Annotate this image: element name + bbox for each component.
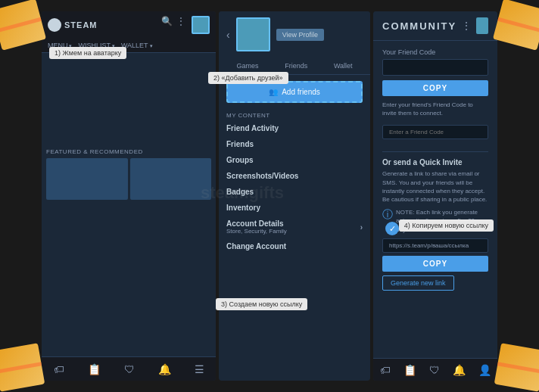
annotation-3: 3) Создаем новую ссылку — [216, 298, 307, 310]
annotation-2: 2) «Добавить друзей» — [208, 72, 288, 84]
middle-panel: ‹ View Profile Games Friends Wallet 👥 Ad… — [219, 11, 370, 381]
add-friends-icon: 👥 — [269, 88, 278, 96]
featured-item-1 — [46, 158, 128, 200]
featured-label: FEATURED & RECOMMENDED — [46, 148, 211, 155]
right-nav-list[interactable]: 📋 — [403, 364, 416, 376]
invite-text: Generate a link to share via email or SM… — [382, 170, 488, 204]
gift-corner-br — [478, 331, 539, 392]
view-profile-button[interactable]: View Profile — [276, 29, 324, 41]
copy-button-1[interactable]: COPY — [382, 80, 488, 96]
steam-header: STEAM 🔍 ⋮ — [42, 11, 216, 39]
menu-badges[interactable]: Badges — [219, 184, 370, 200]
menu-friend-activity[interactable]: Friend Activity — [219, 120, 370, 136]
left-panel: STEAM 🔍 ⋮ MENU WISHLIST WALLET FEATURED … — [42, 11, 216, 381]
community-content: Your Friend Code COPY Enter your friend'… — [373, 41, 497, 298]
friend-code-hint: Enter your friend's Friend Code to invit… — [382, 101, 488, 117]
checkmark-icon: ✓ — [385, 222, 399, 235]
middle-header: ‹ View Profile — [219, 11, 370, 58]
nav-icon-bell[interactable]: 🔔 — [158, 363, 171, 375]
nav-icon-list[interactable]: 📋 — [88, 363, 101, 375]
nav-icon-shield[interactable]: 🛡 — [124, 363, 135, 375]
note-icon: ⓘ — [382, 208, 393, 222]
right-nav-tag[interactable]: 🏷 — [380, 364, 391, 376]
left-bottom-nav: 🏷 📋 🛡 🔔 ☰ — [42, 356, 216, 381]
menu-change-account[interactable]: Change Account — [219, 238, 370, 254]
profile-avatar — [236, 17, 270, 51]
left-content: FEATURED & RECOMMENDED — [42, 53, 216, 204]
gift-corner-tr — [478, 0, 539, 61]
right-nav-shield[interactable]: 🛡 — [429, 364, 440, 376]
add-friends-button[interactable]: 👥 Add friends — [226, 81, 363, 103]
copy-button-2[interactable]: COPY — [382, 256, 488, 272]
gift-corner-bl — [0, 331, 61, 392]
annotation-4: 4) Копируем новую ссылку — [399, 219, 494, 232]
menu-friends[interactable]: Friends — [219, 136, 370, 152]
featured-item-2 — [130, 158, 212, 200]
main-container: STEAM 🔍 ⋮ MENU WISHLIST WALLET FEATURED … — [42, 11, 497, 381]
community-more-icon[interactable]: ⋮ — [461, 20, 472, 32]
more-icon[interactable]: ⋮ — [176, 16, 187, 26]
friend-code-input[interactable] — [382, 59, 488, 76]
menu-inventory[interactable]: Inventory — [219, 200, 370, 216]
steam-title: STEAM — [64, 20, 98, 30]
generate-link-button[interactable]: Generate new link — [382, 275, 454, 291]
divider — [382, 151, 488, 152]
menu-groups[interactable]: Groups — [219, 152, 370, 168]
avatar[interactable] — [192, 16, 210, 34]
tab-wallet[interactable]: Wallet — [334, 62, 353, 70]
menu-account-label: Account Details — [226, 219, 287, 228]
search-icon[interactable]: 🔍 — [161, 16, 172, 26]
my-content-label: MY CONTENT — [219, 109, 370, 120]
back-arrow-icon[interactable]: ‹ — [226, 29, 230, 41]
tab-friends[interactable]: Friends — [285, 62, 307, 70]
menu-account[interactable]: Account Details Store, Security, Family … — [219, 216, 370, 238]
tab-games[interactable]: Games — [236, 62, 258, 70]
quick-invite-label: Or send a Quick Invite — [382, 158, 488, 166]
menu-arrow-icon: › — [360, 223, 363, 232]
right-panel: COMMUNITY ⋮ Your Friend Code COPY Enter … — [373, 11, 497, 381]
menu-account-sub: Store, Security, Family — [226, 228, 287, 235]
link-row: https://s.team/p/ваша/ссылка — [382, 238, 488, 253]
featured-grid — [46, 158, 211, 200]
annotation-1: 1) Жмем на аватарку — [49, 47, 126, 59]
nav-icon-menu[interactable]: ☰ — [195, 363, 204, 375]
right-nav-bell[interactable]: 🔔 — [453, 364, 466, 376]
friend-code-label: Your Friend Code — [382, 48, 488, 56]
add-friends-label: Add friends — [282, 88, 320, 96]
enter-friend-code-input[interactable] — [382, 125, 488, 139]
header-icons: 🔍 ⋮ — [161, 16, 210, 34]
menu-screenshots[interactable]: Screenshots/Videos — [219, 168, 370, 184]
link-url: https://s.team/p/ваша/ссылка — [389, 242, 469, 249]
community-title: COMMUNITY — [382, 20, 456, 32]
